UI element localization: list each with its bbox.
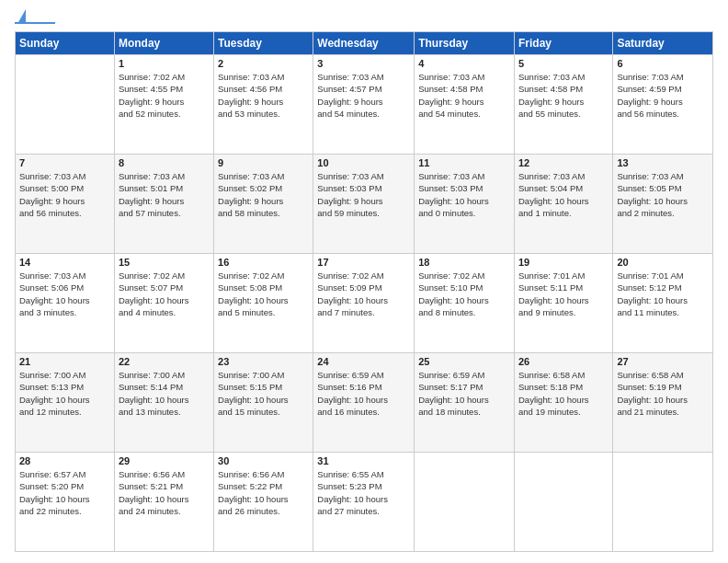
day-info-line: and 53 minutes.: [218, 108, 309, 120]
day-info-line: Sunrise: 6:57 AM: [19, 468, 110, 480]
day-info-line: Sunrise: 7:02 AM: [119, 270, 210, 282]
day-info-line: Sunset: 5:14 PM: [119, 381, 210, 393]
day-info-line: Daylight: 10 hours: [19, 294, 110, 306]
day-info-line: and 19 minutes.: [518, 406, 609, 418]
day-info-line: Sunset: 5:19 PM: [617, 381, 709, 393]
day-cell: [415, 453, 515, 552]
day-info-line: and 4 minutes.: [119, 306, 210, 318]
day-info-line: Daylight: 10 hours: [617, 195, 709, 207]
day-info-line: Sunrise: 6:59 AM: [317, 369, 410, 381]
day-info-line: and 57 minutes.: [119, 207, 210, 219]
day-info-line: Daylight: 10 hours: [317, 294, 410, 306]
day-info-line: and 56 minutes.: [19, 207, 110, 219]
day-info-line: Daylight: 10 hours: [617, 294, 709, 306]
day-info-line: and 16 minutes.: [317, 406, 410, 418]
day-cell: 8Sunrise: 7:03 AMSunset: 5:01 PMDaylight…: [114, 155, 213, 254]
day-info-line: Sunrise: 7:03 AM: [218, 71, 309, 83]
day-info-line: Sunrise: 7:03 AM: [617, 170, 709, 182]
day-info-line: Daylight: 10 hours: [518, 195, 609, 207]
day-info-line: and 52 minutes.: [119, 108, 210, 120]
day-number: 31: [317, 455, 410, 466]
day-info-line: and 27 minutes.: [317, 505, 410, 517]
day-info-line: Sunrise: 7:03 AM: [19, 170, 110, 182]
day-cell: 3Sunrise: 7:03 AMSunset: 4:57 PMDaylight…: [313, 55, 415, 155]
day-info-line: Sunset: 4:59 PM: [617, 83, 709, 95]
day-info-line: Daylight: 10 hours: [518, 394, 609, 406]
day-info-line: Sunset: 5:09 PM: [317, 282, 410, 293]
day-number: 27: [617, 356, 709, 367]
day-info-line: Sunset: 5:05 PM: [617, 182, 709, 194]
day-info-line: Daylight: 10 hours: [317, 493, 410, 505]
day-info-line: Daylight: 10 hours: [119, 394, 210, 406]
day-info-line: Daylight: 10 hours: [119, 493, 210, 505]
weekday-header-sunday: Sunday: [16, 32, 115, 55]
day-info-line: Daylight: 10 hours: [119, 294, 210, 306]
day-info-line: Sunset: 5:10 PM: [418, 282, 510, 293]
day-number: 22: [119, 356, 210, 367]
day-number: 21: [19, 356, 110, 367]
day-info-line: and 56 minutes.: [617, 108, 709, 120]
week-row-4: 21Sunrise: 7:00 AMSunset: 5:13 PMDayligh…: [16, 353, 713, 453]
day-number: 29: [119, 455, 210, 466]
day-info-line: Sunset: 5:21 PM: [119, 480, 210, 492]
day-number: 8: [119, 157, 210, 168]
day-info-line: Sunrise: 7:03 AM: [317, 71, 410, 83]
day-info-line: Sunset: 4:57 PM: [317, 83, 410, 95]
day-number: 12: [518, 157, 609, 168]
day-cell: 15Sunrise: 7:02 AMSunset: 5:07 PMDayligh…: [114, 254, 213, 353]
day-info-line: and 5 minutes.: [218, 306, 309, 318]
weekday-header-thursday: Thursday: [415, 32, 515, 55]
day-cell: 14Sunrise: 7:03 AMSunset: 5:06 PMDayligh…: [16, 254, 115, 353]
week-row-1: 1Sunrise: 7:02 AMSunset: 4:55 PMDaylight…: [16, 55, 713, 155]
day-cell: 27Sunrise: 6:58 AMSunset: 5:19 PMDayligh…: [613, 353, 713, 453]
day-info-line: Sunset: 5:01 PM: [119, 182, 210, 194]
day-info-line: and 13 minutes.: [119, 406, 210, 418]
day-info-line: Sunrise: 7:03 AM: [418, 170, 510, 182]
day-cell: 28Sunrise: 6:57 AMSunset: 5:20 PMDayligh…: [16, 453, 115, 552]
day-number: 25: [418, 356, 510, 367]
day-cell: 11Sunrise: 7:03 AMSunset: 5:03 PMDayligh…: [415, 155, 515, 254]
day-cell: 29Sunrise: 6:56 AMSunset: 5:21 PMDayligh…: [114, 453, 213, 552]
day-cell: 5Sunrise: 7:03 AMSunset: 4:58 PMDaylight…: [514, 55, 612, 155]
day-info-line: and 26 minutes.: [218, 505, 309, 517]
day-number: 17: [317, 257, 410, 268]
day-info-line: Sunset: 5:03 PM: [317, 182, 410, 194]
day-info-line: Daylight: 9 hours: [518, 96, 609, 108]
day-info-line: Sunset: 5:12 PM: [617, 282, 709, 293]
day-number: 20: [617, 257, 709, 268]
day-cell: 10Sunrise: 7:03 AMSunset: 5:03 PMDayligh…: [313, 155, 415, 254]
day-info-line: and 2 minutes.: [617, 207, 709, 219]
weekday-header-wednesday: Wednesday: [313, 32, 415, 55]
day-info-line: Sunset: 5:06 PM: [19, 282, 110, 293]
logo: [15, 11, 55, 24]
day-info-line: Sunrise: 7:03 AM: [518, 170, 609, 182]
day-info-line: and 22 minutes.: [19, 505, 110, 517]
day-number: 11: [418, 157, 510, 168]
day-cell: 18Sunrise: 7:02 AMSunset: 5:10 PMDayligh…: [415, 254, 515, 353]
weekday-header-tuesday: Tuesday: [214, 32, 313, 55]
day-info-line: Sunset: 5:02 PM: [218, 182, 309, 194]
day-number: 9: [218, 157, 309, 168]
day-info-line: and 54 minutes.: [317, 108, 410, 120]
day-info-line: and 11 minutes.: [617, 306, 709, 318]
day-info-line: and 58 minutes.: [218, 207, 309, 219]
day-info-line: Sunset: 4:56 PM: [218, 83, 309, 95]
day-cell: [613, 453, 713, 552]
day-cell: [16, 55, 115, 155]
day-info-line: Daylight: 10 hours: [218, 493, 309, 505]
day-cell: 24Sunrise: 6:59 AMSunset: 5:16 PMDayligh…: [313, 353, 415, 453]
day-info-line: Daylight: 9 hours: [317, 96, 410, 108]
day-info-line: and 1 minute.: [518, 207, 609, 219]
day-info-line: Daylight: 10 hours: [418, 195, 510, 207]
day-cell: 23Sunrise: 7:00 AMSunset: 5:15 PMDayligh…: [214, 353, 313, 453]
day-info-line: Daylight: 9 hours: [617, 96, 709, 108]
logo-underline: [15, 22, 55, 24]
day-cell: 16Sunrise: 7:02 AMSunset: 5:08 PMDayligh…: [214, 254, 313, 353]
day-info-line: Sunrise: 7:02 AM: [218, 270, 309, 282]
week-row-2: 7Sunrise: 7:03 AMSunset: 5:00 PMDaylight…: [16, 155, 713, 254]
day-cell: 22Sunrise: 7:00 AMSunset: 5:14 PMDayligh…: [114, 353, 213, 453]
day-info-line: Sunrise: 6:59 AM: [418, 369, 510, 381]
day-info-line: and 7 minutes.: [317, 306, 410, 318]
day-number: 10: [317, 157, 410, 168]
weekday-header-saturday: Saturday: [613, 32, 713, 55]
